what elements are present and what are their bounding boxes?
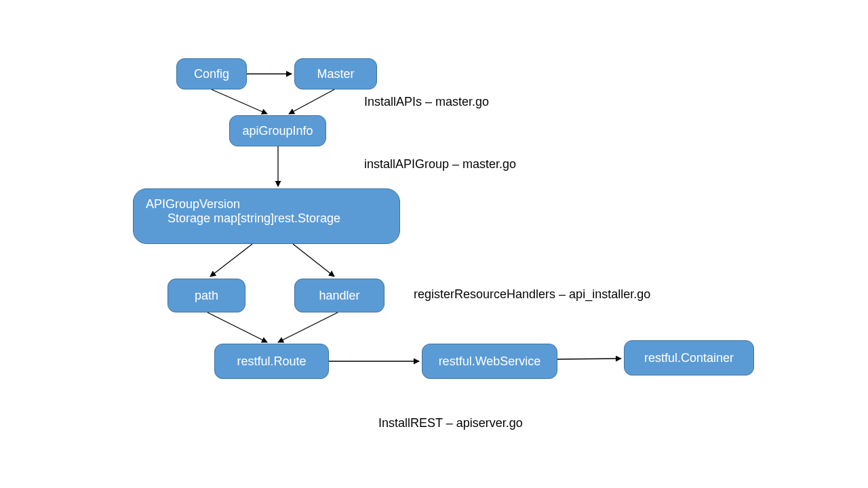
node-restful-webservice: restful.WebService bbox=[422, 344, 557, 379]
node-restful-route: restful.Route bbox=[214, 344, 329, 379]
node-path: path bbox=[167, 279, 245, 312]
arrows-layer bbox=[0, 0, 868, 488]
edge-master-apigroupinfo bbox=[289, 89, 334, 114]
node-restful-container: restful.Container bbox=[624, 340, 754, 375]
edge-apigroupversion-handler bbox=[293, 244, 334, 277]
node-master: Master bbox=[294, 58, 377, 89]
label-installapis: InstallAPIs – master.go bbox=[364, 95, 489, 109]
node-apigroupversion: APIGroupVersion Storage map[string]rest.… bbox=[133, 188, 400, 244]
label-registerresourcehandlers: registerResourceHandlers – api_installer… bbox=[414, 287, 650, 302]
edge-webservice-container bbox=[557, 359, 621, 359]
node-config: Config bbox=[176, 58, 247, 89]
label-installapigroup: installAPIGroup – master.go bbox=[364, 157, 516, 171]
node-handler: handler bbox=[294, 279, 384, 312]
node-apigroupinfo: apiGroupInfo bbox=[229, 115, 326, 146]
apigroupversion-line2: Storage map[string]rest.Storage bbox=[167, 211, 340, 226]
apigroupversion-line1: APIGroupVersion bbox=[146, 197, 340, 211]
label-installrest: InstallREST – apiserver.go bbox=[378, 416, 523, 430]
edge-path-route bbox=[208, 312, 267, 342]
edge-config-apigroupinfo bbox=[212, 89, 267, 114]
edge-handler-route bbox=[278, 312, 338, 342]
edge-apigroupversion-path bbox=[210, 244, 252, 277]
